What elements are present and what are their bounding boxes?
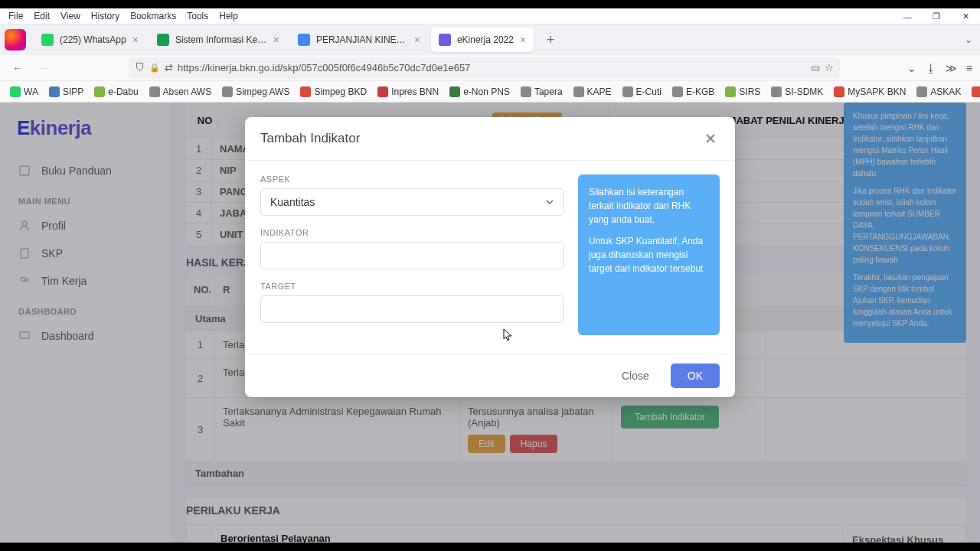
bookmark-item[interactable]: Inpres BNN <box>374 85 443 99</box>
bookmark-item[interactable]: Simpeg BKD <box>296 85 371 99</box>
lock-icon: 🔒 <box>149 63 160 73</box>
bookmark-item[interactable]: ASKAK <box>913 85 965 99</box>
forward-button: → <box>34 58 54 78</box>
menu-file[interactable]: File <box>3 11 28 21</box>
close-icon[interactable]: × <box>132 34 139 45</box>
window-maximize[interactable]: ❐ <box>922 11 951 21</box>
indikator-label: INDIKATOR <box>260 228 564 237</box>
download-icon[interactable]: ⭳ <box>926 62 936 74</box>
url-text: https://kinerja.bkn.go.id/skp/057c005f0f… <box>178 62 806 73</box>
menu-edit[interactable]: Edit <box>28 11 55 21</box>
target-label: TARGET <box>260 282 564 291</box>
close-button[interactable]: Close <box>608 364 663 388</box>
close-icon <box>705 133 716 144</box>
tab-row: (225) WhatsApp× Sistem Informasi Kepegaw… <box>0 24 980 55</box>
menu-help[interactable]: Help <box>214 11 243 21</box>
menu-icon[interactable]: ≡ <box>966 62 972 74</box>
bookmark-item[interactable]: SIRS <box>721 85 764 99</box>
new-tab-button[interactable]: + <box>540 29 561 51</box>
bookmark-item[interactable]: WA <box>6 85 42 99</box>
tab-simpeg[interactable]: Sistem Informasi Kepegawaian× <box>149 28 287 52</box>
shield-icon: ⛉ <box>135 62 145 73</box>
bookmark-item[interactable]: e-Non PNS <box>446 85 514 99</box>
bookmark-item[interactable]: MySAPK BKN <box>830 85 910 99</box>
url-field[interactable]: ⛉ 🔒 ⇄ https://kinerja.bkn.go.id/skp/057c… <box>129 57 840 79</box>
firefox-icon[interactable] <box>5 29 26 51</box>
aspek-label: ASPEK <box>260 174 564 184</box>
bookmarks-bar: WA SIPP e-Dabu Absen AWS Simpeg AWS Simp… <box>0 81 980 103</box>
star-icon[interactable]: ☆ <box>825 62 834 73</box>
tab-ekinerja[interactable]: eKinerja 2022× <box>431 28 534 52</box>
bookmark-item[interactable]: e-Dabu <box>90 85 142 99</box>
window-minimize[interactable]: — <box>893 12 922 21</box>
tab-whatsapp[interactable]: (225) WhatsApp× <box>34 28 146 52</box>
menu-bar: File Edit View History Bookmarks Tools H… <box>0 8 980 24</box>
extensions-icon[interactable]: ≫ <box>946 62 957 74</box>
bookmark-item[interactable]: E-Cuti <box>619 85 665 99</box>
bookmark-item[interactable]: Simpeg AWS <box>218 85 293 99</box>
menu-tools[interactable]: Tools <box>181 11 214 21</box>
indikator-input[interactable] <box>260 242 564 269</box>
menu-history[interactable]: History <box>86 11 125 21</box>
reader-icon[interactable]: ▭ <box>811 62 820 73</box>
permissions-icon: ⇄ <box>165 62 173 73</box>
bookmark-item[interactable]: Tapera <box>517 85 567 99</box>
bookmark-item[interactable]: SI-SDMK <box>767 85 827 99</box>
chevron-down-icon <box>545 197 554 207</box>
menu-bookmarks[interactable]: Bookmarks <box>125 11 181 21</box>
menu-view[interactable]: View <box>55 11 86 21</box>
window-close[interactable]: ✕ <box>951 11 980 21</box>
help-box: Silahkan isi keterangan terkait indikato… <box>578 174 720 335</box>
url-bar: ← → ⛉ 🔒 ⇄ https://kinerja.bkn.go.id/skp/… <box>0 55 980 81</box>
tab-docs[interactable]: PERJANJIAN KINERJA TAHUN 2…× <box>290 28 428 52</box>
modal-close-button[interactable] <box>701 129 720 148</box>
target-input[interactable] <box>260 295 564 323</box>
close-icon[interactable]: × <box>273 34 279 45</box>
bookmark-item[interactable]: Absen AWS <box>145 85 216 99</box>
modal-title: Tambah Indikator <box>260 131 360 146</box>
aspek-select[interactable]: Kuantitas <box>260 188 564 216</box>
tabs-overflow-icon[interactable]: ⌄ <box>965 34 972 45</box>
ok-button[interactable]: OK <box>671 364 720 388</box>
back-button[interactable]: ← <box>8 58 28 78</box>
pocket-icon[interactable]: ⌄ <box>907 62 916 74</box>
bookmark-item[interactable]: SI ASN <box>968 85 980 99</box>
close-icon[interactable]: × <box>414 34 420 45</box>
close-icon[interactable]: × <box>520 34 526 45</box>
bookmark-item[interactable]: SIPP <box>45 85 87 99</box>
modal-dialog: Tambah Indikator ASPEK Kuantitas INDIKAT… <box>245 117 735 397</box>
bookmark-item[interactable]: E-KGB <box>668 85 718 99</box>
bookmark-item[interactable]: KAPE <box>570 85 616 99</box>
